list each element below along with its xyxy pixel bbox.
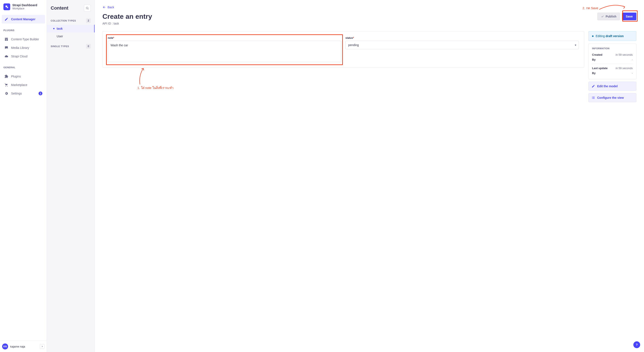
layout-icon — [4, 37, 8, 41]
save-button[interactable]: Save — [622, 13, 636, 20]
nav-label: Content Manager — [11, 18, 35, 21]
nav-label: Content-Type Builder — [11, 38, 39, 41]
nav-heading-plugins: PLUGINS — [0, 25, 47, 33]
api-id-label: API ID : task — [102, 22, 152, 25]
cloud-icon — [4, 54, 8, 58]
single-count-badge: 0 — [86, 44, 91, 49]
page-title: Create an entry — [102, 13, 152, 21]
nav-label: Strapi Cloud — [11, 55, 28, 58]
brand-title: Strapi Dashboard — [12, 4, 37, 7]
search-button[interactable] — [84, 5, 91, 12]
draft-version-banner: Editing draft version — [588, 31, 636, 41]
help-fab[interactable]: ? — [633, 341, 640, 348]
user-name: kajame naja — [10, 345, 25, 348]
publish-button[interactable]: Publish — [597, 13, 620, 20]
nav-media-library[interactable]: Media Library — [2, 44, 45, 52]
field-label-status: status* — [346, 37, 579, 40]
information-card: INFORMATION Createdin 59 seconds By- Las… — [588, 44, 636, 79]
brand-header: Strapi Dashboard Workplace — [0, 0, 47, 13]
cart-icon — [4, 83, 8, 87]
brand-subtitle: Workplace — [12, 7, 37, 10]
nav-label: Media Library — [11, 46, 29, 50]
collection-item-label: task — [57, 27, 62, 30]
configure-view-link[interactable]: Configure the view — [588, 93, 636, 102]
field-label-note: note* — [108, 37, 341, 40]
annotation-arrow-note — [138, 67, 147, 85]
back-label: Back — [108, 6, 114, 9]
status-select[interactable]: pending — [346, 41, 579, 49]
nav-settings[interactable]: Settings 1 — [2, 89, 45, 98]
back-link[interactable]: Back — [102, 6, 114, 9]
information-heading: INFORMATION — [592, 47, 633, 50]
nav-strapi-cloud[interactable]: Strapi Cloud — [2, 52, 45, 61]
nav-content-type-builder[interactable]: Content-Type Builder — [2, 35, 45, 44]
check-icon — [601, 15, 604, 18]
edit-model-link[interactable]: Edit the model — [588, 82, 636, 91]
main-sidebar: Strapi Dashboard Workplace Content Manag… — [0, 0, 47, 352]
content-sidebar: Content COLLECTION TYPES 2 task User SIN… — [47, 0, 95, 352]
collection-item-label: User — [57, 35, 63, 38]
settings-badge: 1 — [38, 92, 42, 95]
active-dot-icon — [53, 28, 54, 29]
list-icon — [592, 96, 595, 99]
status-dot-icon — [592, 35, 594, 37]
user-avatar[interactable]: KN — [2, 343, 8, 349]
sidebar-footer: KN kajame naja — [0, 341, 47, 352]
collection-count-badge: 2 — [86, 18, 91, 23]
collection-item-task[interactable]: task — [47, 25, 94, 33]
image-icon — [4, 46, 8, 50]
content-sidebar-title: Content — [51, 5, 68, 11]
gear-icon — [4, 91, 8, 96]
entry-form-card: note* status* pending ▾ — [102, 31, 584, 67]
nav-marketplace[interactable]: Marketplace — [2, 81, 45, 89]
nav-plugins[interactable]: Plugins — [2, 72, 45, 81]
svg-rect-1 — [7, 7, 8, 8]
main-content: Back Create an entry API ID : task Publi… — [95, 0, 644, 352]
single-types-heading: SINGLE TYPES 0 — [47, 40, 94, 50]
nav-label: Settings — [11, 92, 22, 95]
puzzle-icon — [4, 74, 8, 79]
nav-label: Plugins — [11, 75, 21, 78]
pencil-icon — [592, 84, 595, 88]
annotation-arrow-save — [598, 3, 628, 12]
strapi-logo-icon — [4, 4, 10, 10]
nav-heading-general: GENERAL — [0, 62, 47, 70]
sidebar-collapse-button[interactable] — [40, 344, 44, 349]
collection-types-heading: COLLECTION TYPES 2 — [47, 15, 94, 25]
search-icon — [86, 7, 89, 10]
note-textarea[interactable] — [108, 41, 341, 62]
collection-item-user[interactable]: User — [47, 33, 94, 40]
nav-label: Marketplace — [11, 83, 27, 87]
arrow-left-icon — [102, 6, 106, 9]
pencil-square-icon — [4, 17, 8, 21]
nav-content-manager[interactable]: Content Manager — [2, 15, 45, 24]
